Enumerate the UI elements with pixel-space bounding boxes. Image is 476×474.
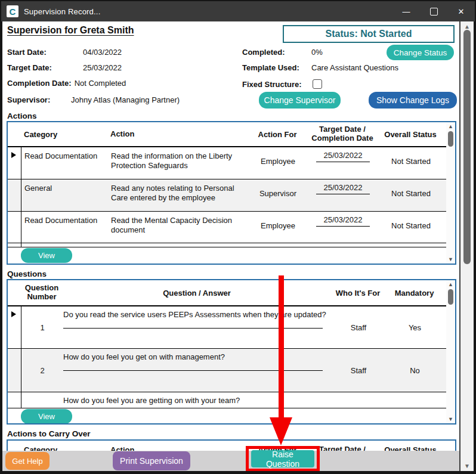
fixed-structure-row: Fixed Structure:	[242, 78, 322, 91]
target-date-field[interactable]: 25/03/2022	[316, 184, 369, 194]
cell-action: Read the Mental Capacity Decision docume…	[111, 212, 248, 243]
scrollbar-thumb[interactable]	[448, 131, 453, 147]
actions-table-row[interactable]: Read Documentation Read the Mental Capac…	[8, 212, 446, 243]
template-used-label: Template Used:	[242, 63, 308, 72]
questions-section-title: Questions	[7, 269, 47, 278]
question-text: How do you feel you get on with manageme…	[63, 352, 332, 361]
actions-table-row[interactable]: Read Documentation Read the information …	[8, 147, 446, 179]
actions-header-category: Category	[21, 130, 110, 139]
print-supervision-button[interactable]: Print Supervision	[113, 451, 190, 470]
questions-table-header: Question Number Question / Answer Who It…	[8, 280, 446, 306]
actions-header-overall-status: Overall Status	[378, 130, 443, 139]
start-date-label: Start Date:	[7, 48, 67, 57]
cell-overall-status: Not Started	[378, 212, 444, 243]
questions-table-row[interactable]: 1 Do you read the service users PEEPs As…	[8, 306, 446, 349]
app-icon: C	[7, 5, 18, 17]
actions-view-row: View	[8, 247, 446, 263]
scroll-up-icon[interactable]: ▲	[446, 281, 455, 287]
empty-row	[8, 243, 446, 247]
carry-over-section-title: Actions to Carry Over	[7, 429, 91, 438]
red-arrow-head-icon	[270, 417, 292, 445]
actions-table-scrollbar[interactable]: ▲ ▼	[446, 122, 455, 264]
raise-question-button[interactable]: Raise Question	[251, 450, 314, 467]
target-date-row: Target Date: 25/03/2022	[7, 61, 122, 74]
actions-header-action: Action	[110, 129, 248, 139]
scrollbar-thumb[interactable]	[463, 30, 471, 264]
scroll-down-icon[interactable]: ▼	[446, 416, 455, 422]
actions-header-target-date: Target Date / Completion Date	[307, 125, 378, 143]
row-selector-icon	[11, 152, 16, 158]
cell-who: Staff	[332, 306, 385, 348]
target-date-field[interactable]: 25/03/2022	[316, 151, 369, 162]
scroll-down-icon[interactable]: ▼	[460, 463, 474, 469]
questions-table-row[interactable]: 2 How do you feel you get on with manage…	[8, 349, 446, 392]
row-selector	[8, 147, 21, 179]
target-date-label: Target Date:	[7, 63, 67, 72]
supervisor-label: Supervisor:	[7, 95, 67, 104]
supervisor-value: Johny Atlas (Managing Partner)	[71, 95, 180, 104]
row-selector	[8, 349, 21, 392]
fixed-structure-checkbox[interactable]	[313, 79, 322, 89]
completion-date-label: Completion Date:	[7, 79, 72, 88]
cell-action-for: Supervisor	[248, 179, 308, 211]
actions-view-button[interactable]: View	[21, 248, 72, 263]
row-selector	[8, 306, 21, 348]
completed-value: 0%	[311, 48, 323, 57]
cell-mandatory	[385, 392, 444, 408]
cell-category: General	[21, 179, 111, 211]
get-help-button[interactable]: Get Help	[5, 452, 50, 470]
row-selector	[8, 243, 21, 247]
cell-target-date: 25/03/2022	[308, 179, 378, 211]
questions-view-row: View	[8, 408, 446, 424]
template-used-value: Care Assistant Questions	[311, 63, 398, 72]
close-icon[interactable]: ✕	[447, 1, 475, 21]
questions-table-row[interactable]: How do you feel you are getting on with …	[8, 392, 446, 408]
page-title: Supervision for Greta Smith	[7, 25, 134, 36]
questions-view-button[interactable]: View	[21, 409, 72, 424]
start-date-value: 04/03/2022	[83, 48, 122, 57]
target-date-value: 25/03/2022	[83, 63, 122, 72]
cell-question-number	[21, 392, 63, 408]
question-text: Do you read the service users PEEPs Asse…	[63, 310, 332, 319]
actions-table-row[interactable]: General Read any notes relating to Perso…	[8, 179, 446, 212]
cell-overall-status: Not Started	[378, 179, 444, 211]
row-selector-icon	[11, 311, 16, 317]
cell-target-date: 25/03/2022	[308, 147, 378, 179]
template-row: Template Used: Care Assistant Questions	[242, 61, 398, 74]
scroll-up-icon[interactable]: ▲	[446, 123, 455, 129]
questions-header-who: Who It's For	[331, 289, 385, 298]
red-arrow-annotation	[279, 275, 284, 417]
completed-row: Completed: 0%	[242, 45, 323, 58]
app-icon-letter: C	[10, 7, 16, 17]
status-badge: Status: Not Started	[283, 25, 455, 43]
cell-question: How do you feel you get on with manageme…	[63, 349, 332, 392]
change-status-button[interactable]: Change Status	[387, 45, 454, 60]
row-selector	[8, 392, 21, 408]
actions-header-action-for: Action For	[248, 130, 307, 139]
show-change-logs-button[interactable]: Show Change Logs	[369, 92, 457, 109]
cell-target-date: 25/03/2022	[308, 212, 378, 243]
minimize-icon[interactable]: —	[392, 1, 420, 21]
actions-table: Category Action Action For Target Date /…	[7, 121, 456, 265]
window-scrollbar[interactable]: ▲ ▼	[459, 21, 474, 471]
scrollbar-thumb[interactable]	[448, 289, 453, 305]
cell-question-number: 2	[21, 349, 63, 392]
window-controls: — ✕	[392, 1, 475, 21]
questions-header-question: Question / Answer	[63, 289, 331, 298]
cell-category: Read Documentation	[21, 147, 111, 179]
cell-action: Read the information on the Liberty Prot…	[111, 147, 248, 179]
questions-table-scrollbar[interactable]: ▲ ▼	[446, 280, 455, 423]
change-supervisor-button[interactable]: Change Supervisor	[259, 92, 341, 109]
row-selector	[8, 179, 21, 211]
maximize-icon[interactable]	[420, 1, 447, 21]
scroll-down-icon[interactable]: ▼	[446, 256, 455, 262]
raise-question-highlight: Raise Question	[246, 446, 320, 471]
scroll-up-icon[interactable]: ▲	[460, 23, 474, 30]
questions-header-number: Question Number	[21, 284, 63, 302]
content-area: Supervision for Greta Smith Status: Not …	[2, 21, 474, 471]
completion-date-value: Not Completed	[75, 79, 126, 88]
actions-section-title: Actions	[7, 111, 37, 120]
target-date-field[interactable]: 25/03/2022	[316, 216, 369, 227]
cell-overall-status: Not Started	[378, 147, 444, 179]
fixed-structure-label: Fixed Structure:	[242, 80, 308, 89]
